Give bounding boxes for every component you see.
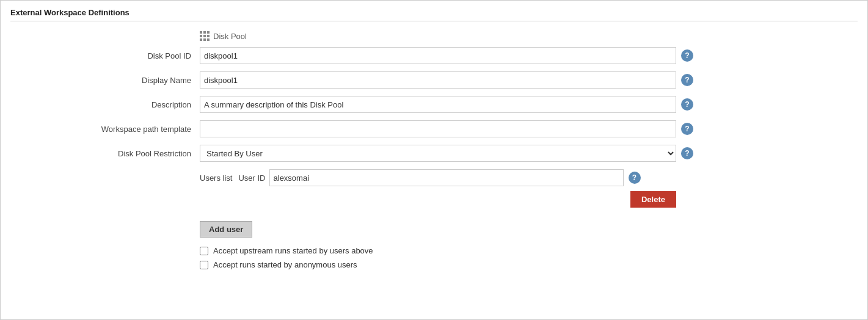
workspace-path-template-input-wrap: ? <box>200 120 858 137</box>
disk-pool-restriction-row: Disk Pool Restriction Started By User Al… <box>10 145 858 162</box>
add-user-button[interactable]: Add user <box>200 221 252 238</box>
add-user-row: Add user <box>200 221 858 238</box>
display-name-help-btn[interactable]: ? <box>681 74 693 86</box>
display-name-input-wrap: ? <box>200 71 858 89</box>
delete-btn-row: Delete <box>200 191 676 208</box>
accept-upstream-checkbox[interactable] <box>200 247 208 255</box>
disk-pool-id-row: Disk Pool ID ? <box>10 47 858 64</box>
workspace-path-template-help-btn[interactable]: ? <box>681 123 693 135</box>
display-name-label: Display Name <box>10 76 200 85</box>
accept-anonymous-row: Accept runs started by anonymous users <box>200 260 858 269</box>
accept-anonymous-label: Accept runs started by anonymous users <box>213 260 357 269</box>
description-row: Description ? <box>10 96 858 113</box>
page-container: External Workspace Definitions Disk Pool… <box>0 0 868 320</box>
display-name-input[interactable] <box>200 71 676 89</box>
description-input-wrap: ? <box>200 96 858 113</box>
user-id-label: User ID <box>238 173 265 183</box>
delete-button[interactable]: Delete <box>630 191 676 208</box>
diskpool-header-label: Disk Pool <box>213 32 247 41</box>
disk-pool-id-input-wrap: ? <box>200 47 858 64</box>
users-list-row: Users list User ID ? <box>200 169 858 186</box>
display-name-row: Display Name ? <box>10 71 858 89</box>
workspace-path-template-label: Workspace path template <box>10 125 200 134</box>
disk-pool-id-label: Disk Pool ID <box>10 51 200 60</box>
disk-pool-restriction-label: Disk Pool Restriction <box>10 149 200 158</box>
disk-pool-restriction-help-btn[interactable]: ? <box>681 147 693 159</box>
description-input[interactable] <box>200 96 676 113</box>
description-help-btn[interactable]: ? <box>681 98 693 111</box>
disk-pool-restriction-input-wrap: Started By User All Users No Restriction… <box>200 145 858 162</box>
disk-pool-id-input[interactable] <box>200 47 676 64</box>
user-id-input[interactable] <box>269 169 624 186</box>
page-title: External Workspace Definitions <box>10 8 858 21</box>
form-section: Disk Pool Disk Pool ID ? Display Name ? … <box>10 31 858 274</box>
accept-upstream-label: Accept upstream runs started by users ab… <box>213 246 373 255</box>
disk-pool-restriction-select[interactable]: Started By User All Users No Restriction <box>200 145 676 162</box>
workspace-path-template-row: Workspace path template ? <box>10 120 858 137</box>
accept-upstream-row: Accept upstream runs started by users ab… <box>200 246 858 255</box>
workspace-path-template-input[interactable] <box>200 120 676 137</box>
user-id-help-btn[interactable]: ? <box>629 172 641 184</box>
grid-icon <box>200 31 210 41</box>
description-label: Description <box>10 100 200 109</box>
diskpool-header: Disk Pool <box>200 31 858 41</box>
users-list-label: Users list <box>200 173 232 183</box>
accept-anonymous-checkbox[interactable] <box>200 261 208 269</box>
users-list-section: Users list User ID ? Delete <box>200 169 858 214</box>
disk-pool-id-help-btn[interactable]: ? <box>681 49 693 62</box>
